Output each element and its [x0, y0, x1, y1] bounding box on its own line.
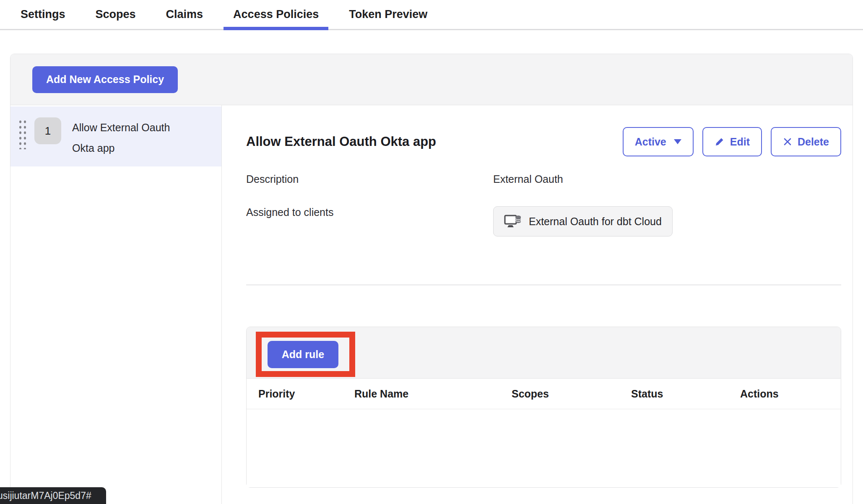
monitor-icon [504, 214, 522, 229]
status-dropdown-button[interactable]: Active [623, 127, 694, 156]
description-label: Description [246, 173, 493, 185]
tab-bar: Settings Scopes Claims Access Policies T… [0, 0, 863, 30]
x-icon [783, 137, 792, 146]
column-header-scopes: Scopes [512, 388, 631, 400]
edit-button-label: Edit [730, 136, 750, 148]
access-policies-card: Add New Access Policy 1 Allow External O… [10, 54, 853, 504]
card-body: 1 Allow External Oauth Okta app Allow Ex… [10, 105, 853, 504]
add-new-access-policy-button[interactable]: Add New Access Policy [32, 66, 178, 93]
chevron-down-icon [674, 139, 681, 144]
policy-priority-badge: 1 [34, 117, 61, 144]
link-preview-status-bar: usijiutarM7Aj0Ep5d7# [0, 487, 106, 504]
policy-list-item[interactable]: 1 Allow External Oauth Okta app [10, 107, 221, 166]
add-rule-button[interactable]: Add rule [268, 341, 338, 368]
delete-button-label: Delete [798, 136, 829, 148]
policy-name-label: Allow External Oauth Okta app [72, 117, 173, 158]
column-header-actions: Actions [740, 388, 841, 400]
policy-actions: Active Edit Delete [623, 127, 841, 156]
policy-detail-pane: Allow External Oauth Okta app Active Edi… [222, 105, 853, 504]
rules-panel: Add rule Priority Rule Name Scopes Statu… [246, 327, 841, 488]
column-header-rule-name: Rule Name [354, 388, 512, 400]
drag-handle-icon[interactable] [18, 119, 27, 149]
section-divider [246, 285, 841, 285]
tab-claims[interactable]: Claims [166, 0, 203, 29]
assigned-to-clients-label: Assigned to clients [246, 206, 493, 218]
rules-table-body [247, 409, 841, 487]
client-chip-label: External Oauth for dbt Cloud [529, 216, 662, 228]
policy-title: Allow External Oauth Okta app [246, 134, 436, 149]
tab-scopes[interactable]: Scopes [96, 0, 136, 29]
column-header-status: Status [631, 388, 740, 400]
description-value: External Oauth [493, 173, 841, 185]
tab-token-preview[interactable]: Token Preview [349, 0, 427, 29]
edit-button[interactable]: Edit [702, 127, 762, 156]
delete-button[interactable]: Delete [771, 127, 841, 156]
policy-list: 1 Allow External Oauth Okta app [10, 105, 222, 504]
tab-access-policies[interactable]: Access Policies [233, 0, 319, 29]
annotation-rectangle: Add rule [256, 332, 355, 377]
status-dropdown-label: Active [635, 136, 666, 148]
card-header: Add New Access Policy [10, 54, 853, 105]
rules-table-header: Priority Rule Name Scopes Status Actions [247, 379, 841, 409]
pencil-icon [715, 137, 725, 147]
link-preview-text: usijiutarM7Aj0Ep5d7# [0, 490, 91, 501]
column-header-priority: Priority [247, 388, 354, 400]
tab-settings[interactable]: Settings [21, 0, 65, 29]
client-chip[interactable]: External Oauth for dbt Cloud [493, 206, 673, 236]
rules-panel-header: Add rule [247, 327, 841, 379]
policy-info: Description External Oauth Assigned to c… [246, 173, 841, 236]
